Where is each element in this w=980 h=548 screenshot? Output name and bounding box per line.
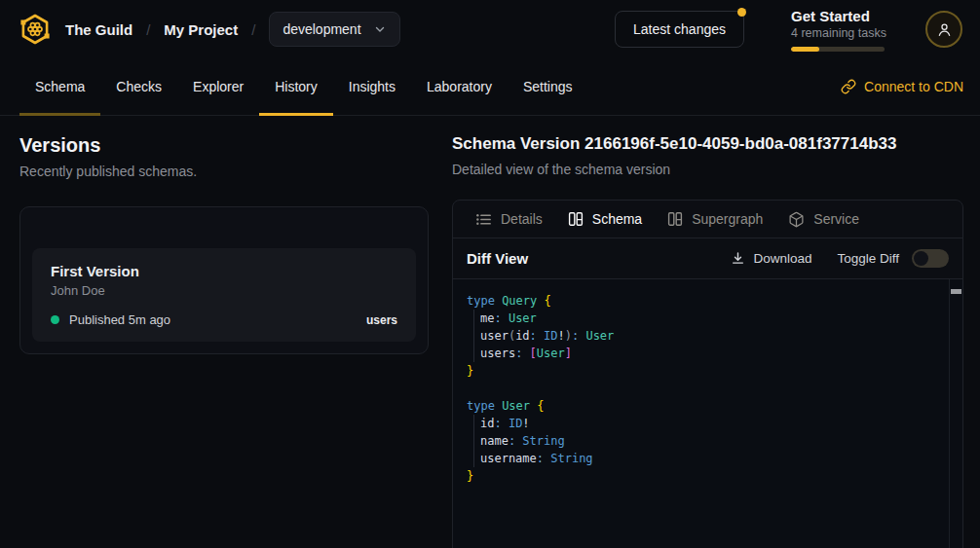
version-service-badge: users [366, 313, 397, 327]
published-dot-icon [51, 315, 59, 324]
version-title: First Version [51, 263, 397, 279]
code-scrollbar-thumb[interactable] [951, 289, 961, 294]
nav-tab-laboratory[interactable]: Laboratory [411, 58, 508, 115]
code-line: me: User [467, 310, 947, 327]
nav-tab-history[interactable]: History [259, 58, 333, 115]
toggle-diff-switch[interactable] [912, 249, 949, 268]
detail-tab-details[interactable]: Details [463, 201, 555, 237]
toggle-diff-label: Toggle Diff [837, 251, 899, 266]
get-started-progress-fill [791, 47, 819, 52]
nav-tab-schema[interactable]: Schema [19, 58, 100, 115]
breadcrumb-org[interactable]: The Guild [65, 21, 132, 38]
code-line: } [467, 362, 947, 380]
download-label: Download [753, 251, 811, 266]
link-icon [841, 79, 856, 94]
get-started-widget[interactable]: Get Started 4 remaining tasks [791, 8, 885, 52]
columns-icon [667, 211, 683, 227]
chevron-down-icon [373, 22, 387, 36]
diff-view-header: Diff View Download Toggle Diff [453, 238, 962, 279]
diff-view-title: Diff View [467, 250, 528, 267]
get-started-title: Get Started [791, 8, 885, 24]
list-icon [475, 211, 492, 228]
detail-tab-label: Service [813, 211, 859, 227]
detail-tab-supergraph[interactable]: Supergraph [655, 201, 775, 237]
detail-title: Schema Version 2166196f-5e10-4059-bd0a-0… [452, 133, 963, 155]
diff-view-actions: Download Toggle Diff [731, 249, 949, 268]
detail-tab-bar: DetailsSchemaSupergraphService [453, 201, 962, 238]
columns-icon [568, 211, 584, 227]
breadcrumb: The Guild / My Project / development [65, 12, 400, 47]
code-line [467, 380, 947, 397]
get-started-progress-bar [791, 47, 885, 52]
main-content: Versions Recently published schemas. Fir… [0, 116, 980, 548]
code-line: type Query { [467, 292, 947, 310]
person-icon [935, 20, 954, 39]
latest-changes-label: Latest changes [633, 21, 726, 37]
code-line: users: [User] [467, 345, 947, 362]
cube-icon [788, 211, 805, 228]
schema-code-viewer: type Query {me: Useruser(id: ID!): Useru… [453, 279, 962, 548]
code-line: type User { [467, 397, 947, 415]
nav-tab-settings[interactable]: Settings [508, 58, 588, 115]
code-line: user(id: ID!): User [467, 327, 947, 345]
toggle-diff-group: Toggle Diff [837, 249, 949, 268]
main-nav: SchemaChecksExplorerHistoryInsightsLabor… [0, 58, 980, 116]
detail-tab-service[interactable]: Service [775, 201, 872, 237]
switch-knob [914, 251, 928, 266]
version-list-item[interactable]: First Version John Doe Published 5m ago … [32, 248, 416, 342]
notification-dot-icon [737, 8, 746, 17]
hive-logo[interactable] [18, 12, 53, 47]
nav-tab-explorer[interactable]: Explorer [177, 58, 259, 115]
versions-title: Versions [19, 133, 429, 157]
version-status: Published 5m ago [69, 312, 170, 327]
detail-tab-label: Details [501, 211, 543, 227]
version-status-row: Published 5m ago users [51, 312, 397, 327]
schema-detail-panel: DetailsSchemaSupergraphService Diff View… [452, 200, 963, 548]
app-root: The Guild / My Project / development Lat… [0, 0, 980, 548]
versions-column: Versions Recently published schemas. Fir… [19, 133, 429, 548]
detail-tab-label: Supergraph [692, 211, 763, 227]
breadcrumb-project[interactable]: My Project [164, 21, 238, 38]
get-started-subtitle: 4 remaining tasks [791, 26, 885, 40]
connect-cdn-label: Connect to CDN [864, 79, 963, 94]
target-selector[interactable]: development [269, 12, 399, 47]
detail-subtitle: Detailed view of the schema version [452, 162, 963, 177]
code-scrollbar[interactable] [949, 279, 962, 548]
code-line: id: ID! [467, 415, 947, 432]
breadcrumb-separator: / [146, 21, 150, 38]
nav-tab-insights[interactable]: Insights [333, 58, 411, 115]
detail-tab-label: Schema [592, 211, 642, 227]
nav-tab-checks[interactable]: Checks [100, 58, 177, 115]
code-line: username: String [467, 450, 947, 467]
download-button[interactable]: Download [731, 251, 811, 266]
schema-code: type Query {me: Useruser(id: ID!): Useru… [467, 292, 947, 485]
target-selector-value: development [283, 21, 360, 37]
main-nav-tabs: SchemaChecksExplorerHistoryInsightsLabor… [19, 58, 588, 115]
version-author: John Doe [51, 283, 397, 298]
code-line: name: String [467, 432, 947, 450]
versions-list-card: First Version John Doe Published 5m ago … [19, 206, 429, 354]
latest-changes-button[interactable]: Latest changes [615, 11, 744, 48]
connect-cdn-link[interactable]: Connect to CDN [841, 58, 963, 115]
detail-tab-schema[interactable]: Schema [555, 201, 655, 237]
breadcrumb-separator: / [251, 21, 255, 38]
top-header: The Guild / My Project / development Lat… [0, 0, 980, 58]
avatar[interactable] [925, 11, 962, 48]
download-icon [731, 251, 745, 266]
detail-column: Schema Version 2166196f-5e10-4059-bd0a-0… [452, 133, 963, 548]
versions-subtitle: Recently published schemas. [19, 164, 429, 179]
code-line: } [467, 467, 947, 485]
